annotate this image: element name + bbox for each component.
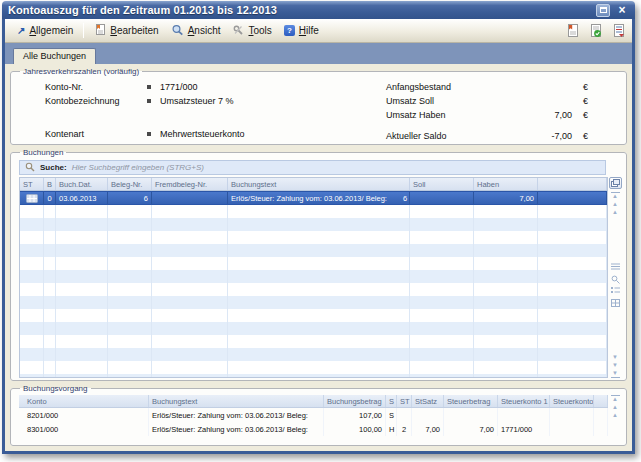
empty-cell [56,270,108,283]
empty-cell [20,348,44,361]
empty-cell [228,374,410,378]
trow-konto: 8301/000 [19,422,149,436]
empty-booking-row [20,296,607,309]
tcol-stsatz[interactable]: StSatz [412,395,444,407]
empty-cell [20,322,44,335]
list-view-button[interactable] [609,262,621,273]
empty-cell [228,231,410,244]
empty-cell [44,309,56,322]
empty-cell [108,244,152,257]
search-row-button[interactable] [609,274,621,285]
empty-cell [538,244,607,257]
col-st[interactable]: ST [20,178,44,190]
empty-cell [474,205,538,218]
menu-bearbeiten[interactable]: Bearbeiten [88,20,164,41]
scroll-down-button[interactable]: ▼ [611,362,620,369]
empty-cell [474,244,538,257]
empty-cell [538,257,607,270]
trow-stsatz: 7,00 [412,422,444,436]
export-check-icon[interactable] [586,22,603,39]
trans-scroll-up-button[interactable]: ▲ [611,404,620,411]
menu-ansicht-label: Ansicht [188,25,221,36]
transaction-side-toolbar: ▲ ▲ ▲ [608,395,622,443]
empty-cell [56,218,108,231]
empty-booking-row [20,244,607,257]
tab-alle-buchungen[interactable]: Alle Buchungen [13,48,96,64]
aktueller-saldo-label: Aktueller Saldo [386,131,526,141]
menu-hilfe[interactable]: ? Hilfe [278,22,325,39]
empty-cell [474,270,538,283]
detail-list-button[interactable] [609,286,621,297]
empty-cell [56,296,108,309]
report-icon[interactable] [563,22,580,39]
search-input-placeholder[interactable]: Hier Suchbegriff eingeben (STRG+S) [72,163,204,172]
titlebar[interactable]: Kontoauszug für den Zeitraum 01.2013 bis… [2,1,635,19]
col-fremdbeleg-nr[interactable]: Fremdbeleg-Nr. [152,178,228,190]
tcol-steuerbetrag[interactable]: Steuerbetrag [444,395,498,407]
col-b[interactable]: B [44,178,56,190]
empty-cell [474,309,538,322]
scroll-page-up-button[interactable]: ▲ [611,209,620,216]
search-bar[interactable]: Suche: Hier Suchbegriff eingeben (STRG+S… [19,160,606,175]
tcol-buchungsbetrag[interactable]: Buchungsbetrag [324,395,386,407]
empty-cell [228,244,410,257]
empty-cell [20,257,44,270]
empty-booking-row [20,322,607,335]
menu-tools[interactable]: Tools [226,21,277,41]
empty-cell [410,218,474,231]
empty-cell [56,361,108,374]
export-list-icon[interactable] [609,22,626,39]
transaction-row[interactable]: 8201/000 Erlös/Steuer: Zahlung vom: 03.0… [19,408,608,422]
empty-cell [474,322,538,335]
currency-symbol: € [572,131,588,141]
trans-scroll-up2-button[interactable]: ▲ [611,412,620,419]
empty-cell [20,309,44,322]
empty-cell [410,257,474,270]
umsatz-haben-label: Umsatz Haben [386,110,526,120]
trans-scroll-first-button[interactable]: ▲ [611,395,620,403]
empty-cell [538,205,607,218]
col-buchdat[interactable]: Buch.Dat. [56,178,108,190]
col-buchungstext[interactable]: Buchungstext [228,178,410,190]
empty-cell [56,257,108,270]
empty-cell [228,348,410,361]
menu-allgemein[interactable]: ↗ Allgemein [11,22,79,39]
scroll-up-button[interactable]: ▲ [611,201,620,208]
toolbar-right-group [563,22,626,39]
tcol-konto[interactable]: Konto [19,395,149,407]
empty-cell [44,348,56,361]
empty-cell [44,270,56,283]
tcol-buchungstext[interactable]: Buchungstext [149,395,324,407]
empty-booking-row [20,231,607,244]
trow-steuerkonto1 [498,408,550,422]
empty-cell [20,218,44,231]
grid-view-button[interactable] [609,298,621,309]
tcol-s[interactable]: S [386,395,397,407]
empty-booking-row [20,283,607,296]
booking-row-selected[interactable]: 0 03.06.2013 6 Erlös/Steuer: Zahlung vom… [20,191,607,205]
column-chooser-button[interactable] [609,177,622,189]
col-soll[interactable]: Soll [410,178,474,190]
scroll-last-button[interactable]: ▼ [611,370,620,378]
annual-figures-right: Anfangsbestand € Umsatz Soll € Umsatz Ha… [386,79,588,142]
maximize-button[interactable] [596,4,610,17]
transaction-row[interactable]: 8301/000 Erlös/Steuer: Zahlung vom: 03.0… [19,422,608,436]
empty-booking-row [20,309,607,322]
tcol-steuerkonto1[interactable]: Steuerkonto 1 [498,395,550,407]
scroll-first-button[interactable]: ▲ [611,192,620,200]
tcol-st[interactable]: ST [397,395,412,407]
col-haben[interactable]: Haben [474,178,538,190]
close-button[interactable]: × [615,4,629,17]
empty-cell [152,283,228,296]
empty-cell [538,218,607,231]
tcol-steuerkonto2[interactable]: Steuerkonto 2 [550,395,594,407]
empty-cell [44,257,56,270]
scroll-page-down-button[interactable]: ▼ [611,354,620,361]
empty-cell [56,231,108,244]
menu-ansicht[interactable]: Ansicht [165,21,227,41]
empty-cell [410,348,474,361]
empty-cell [410,244,474,257]
booking-b: 0 [44,192,56,204]
menu-tools-label: Tools [248,25,271,36]
col-beleg-nr[interactable]: Beleg-Nr. [108,178,152,190]
